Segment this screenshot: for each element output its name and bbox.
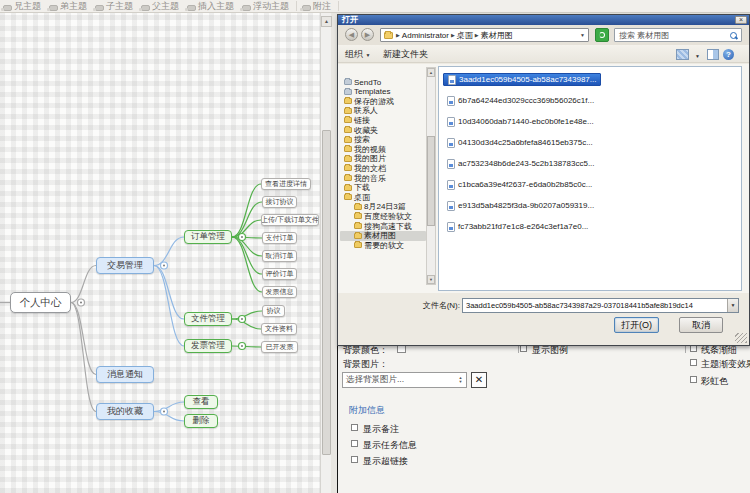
extra-checkbox-2[interactable] — [351, 440, 358, 447]
file-item-4[interactable]: 04130d3d4c25a6bfefa84615eb375c... — [443, 136, 597, 149]
scroll-up-icon[interactable]: ▲ — [321, 16, 332, 27]
new-folder-button[interactable]: 新建文件夹 — [383, 48, 428, 61]
collapse-toggle-icon[interactable] — [78, 299, 85, 306]
open-button[interactable]: 打开(O) — [614, 317, 659, 333]
toolbar-item-3[interactable]: 子主题 — [92, 0, 138, 12]
image-file-icon — [448, 75, 456, 85]
collapse-toggle-icon[interactable] — [239, 316, 246, 323]
file-item-6[interactable]: c1bca6a39e4f2637-e6da0b2b85c0c... — [443, 178, 596, 191]
mindmap-node-l7[interactable]: 发票信息 — [262, 286, 297, 298]
back-icon[interactable]: ◀ — [345, 28, 358, 41]
folder-icon — [344, 79, 352, 85]
file-item-2[interactable]: 6b7a64244ed3029ccc369b56026c1f... — [443, 94, 598, 107]
dialog-titlebar[interactable]: 打开 × — [338, 15, 749, 25]
tree-item-11[interactable]: 我的音乐 — [340, 173, 426, 183]
organize-button[interactable]: 组织 ▼ — [345, 48, 370, 61]
tree-item-1[interactable]: SendTo — [340, 77, 426, 87]
toolbar-item-1[interactable]: 兄主题 — [0, 0, 46, 12]
tree-scrollbar[interactable]: ▲ ▼ — [426, 67, 436, 285]
mindmap-node-l8[interactable]: 协议 — [262, 305, 285, 317]
filename-combobox[interactable]: 3aadd1ec059b4505-ab58ac7343987a29-037018… — [462, 298, 739, 313]
theme-gradient-checkbox[interactable] — [690, 359, 697, 366]
mindmap-node-l3[interactable]: 上传/下载订单文件 — [261, 214, 319, 226]
toolbar-item-5[interactable]: 插入主题 — [184, 0, 239, 12]
mindmap-node-ck[interactable]: 查看 — [184, 395, 218, 409]
breadcrumb-item[interactable]: 素材用图 — [481, 30, 513, 41]
mindmap-node-sc[interactable]: 我的收藏 — [96, 403, 154, 420]
forward-icon[interactable]: ▶ — [361, 28, 374, 41]
chevron-down-icon[interactable]: ▼ — [727, 299, 738, 312]
tree-item-5[interactable]: 链接 — [340, 115, 426, 125]
mindmap-node-wj[interactable]: 文件管理 — [184, 312, 232, 326]
mindmap-node-label: 删除 — [193, 415, 210, 427]
tree-item-6[interactable]: 收藏夹 — [340, 125, 426, 135]
collapse-toggle-icon[interactable] — [161, 262, 168, 269]
mindmap-node-l4[interactable]: 支付订单 — [262, 232, 297, 244]
breadcrumb-item[interactable]: 桌面 — [457, 30, 473, 41]
tree-item-3[interactable]: 保存的游戏 — [340, 96, 426, 106]
toolbar-item-4[interactable]: 父主题 — [138, 0, 184, 12]
mindmap-node-dd[interactable]: 订单管理 — [184, 230, 232, 244]
bg-image-combobox[interactable]: 选择背景图片... ▲▼ — [342, 372, 467, 388]
canvas-vertical-scrollbar[interactable]: ▲ — [320, 13, 331, 493]
breadcrumb-item[interactable]: Administrator — [402, 31, 449, 40]
cancel-button[interactable]: 取消 — [679, 317, 723, 333]
tree-item-12[interactable]: 下载 — [340, 183, 426, 193]
scroll-down-icon[interactable]: ▼ — [427, 275, 435, 284]
extra-checkbox-3[interactable] — [351, 456, 358, 463]
rainbow-checkbox[interactable] — [690, 376, 697, 383]
breadcrumb[interactable]: ▶Administrator▶桌面▶素材用图 ▼ — [380, 28, 589, 42]
mindmap-node-l1[interactable]: 查看进度详情 — [261, 178, 311, 190]
views-icon[interactable] — [676, 49, 689, 60]
file-item-1[interactable]: 3aadd1ec059b4505-ab58ac7343987... — [443, 73, 601, 86]
tree-item-18[interactable]: 需要的软文 — [340, 240, 426, 250]
toolbar-item-7[interactable]: 附注 — [299, 0, 336, 12]
mindmap-node-root[interactable]: 个人中心 — [10, 292, 71, 313]
search-icon[interactable] — [730, 32, 737, 39]
breadcrumb-dropdown-icon[interactable]: ▼ — [580, 32, 588, 38]
mindmap-node-label: 查看进度详情 — [265, 179, 307, 189]
mindmap-edge — [232, 346, 261, 347]
mindmap-node-fp[interactable]: 发票管理 — [184, 339, 232, 353]
line-taper-checkbox[interactable] — [690, 346, 697, 352]
toolbar-separator — [296, 1, 297, 11]
views-dropdown-icon[interactable]: ▼ — [695, 53, 700, 59]
file-item-3[interactable]: 10d34060dab71440-ebc0b0fe1e48e... — [443, 115, 598, 128]
refresh-button[interactable] — [595, 28, 609, 42]
mindmap-node-l6[interactable]: 评价订单 — [262, 268, 297, 280]
mindmap-canvas[interactable]: 个人中心交易管理消息通知我的收藏订单管理文件管理发票管理查看删除查看进度详情接订… — [0, 13, 320, 493]
preview-pane-icon[interactable] — [707, 49, 719, 60]
scroll-up-icon[interactable]: ▲ — [427, 68, 435, 77]
mindmap-node-del[interactable]: 删除 — [184, 414, 218, 428]
show-legend-checkbox[interactable] — [520, 346, 527, 352]
scrollbar-thumb[interactable] — [322, 130, 331, 455]
image-file-icon — [447, 180, 455, 190]
close-icon[interactable]: × — [735, 16, 747, 24]
mindmap-node-l2[interactable]: 接订协议 — [262, 196, 297, 208]
extra-checkbox-1[interactable] — [351, 424, 358, 431]
tree-item-4[interactable]: 联系人 — [340, 106, 426, 116]
mindmap-node-l9[interactable]: 文件资料 — [261, 323, 297, 335]
scrollbar-thumb[interactable] — [427, 136, 435, 226]
file-item-5[interactable]: ac7532348b6de243-5c2b138783cc5... — [443, 157, 599, 170]
search-input[interactable]: 搜索 素材用图 — [614, 28, 742, 42]
mindmap-node-l10[interactable]: 已开发票 — [261, 341, 298, 353]
collapse-toggle-icon[interactable] — [239, 234, 246, 241]
mindmap-node-xx[interactable]: 消息通知 — [96, 366, 154, 383]
toolbar-item-2[interactable]: 弟主题 — [46, 0, 92, 12]
collapse-toggle-icon[interactable] — [239, 343, 246, 350]
collapse-toggle-icon[interactable] — [161, 408, 168, 415]
mindmap-node-l5[interactable]: 取消订单 — [262, 250, 297, 262]
clear-bg-image-button[interactable]: ✕ — [471, 372, 487, 388]
tree-item-label: SendTo — [354, 78, 381, 87]
bg-color-swatch[interactable] — [397, 346, 406, 353]
file-item-7[interactable]: e913d5ab4825f3da-9b0207a059319... — [443, 199, 598, 212]
divider — [518, 346, 519, 353]
resize-grip[interactable] — [735, 333, 747, 343]
toolbar-item-6[interactable]: 浮动主题 — [239, 0, 294, 12]
image-file-icon — [447, 138, 455, 148]
help-icon[interactable]: ? — [723, 49, 734, 60]
file-item-8[interactable]: fc73abb21fd7e1c8-e264c3ef1a7e0... — [443, 220, 592, 233]
spinner-icon[interactable]: ▲▼ — [457, 376, 466, 384]
mindmap-node-jy[interactable]: 交易管理 — [96, 257, 154, 274]
